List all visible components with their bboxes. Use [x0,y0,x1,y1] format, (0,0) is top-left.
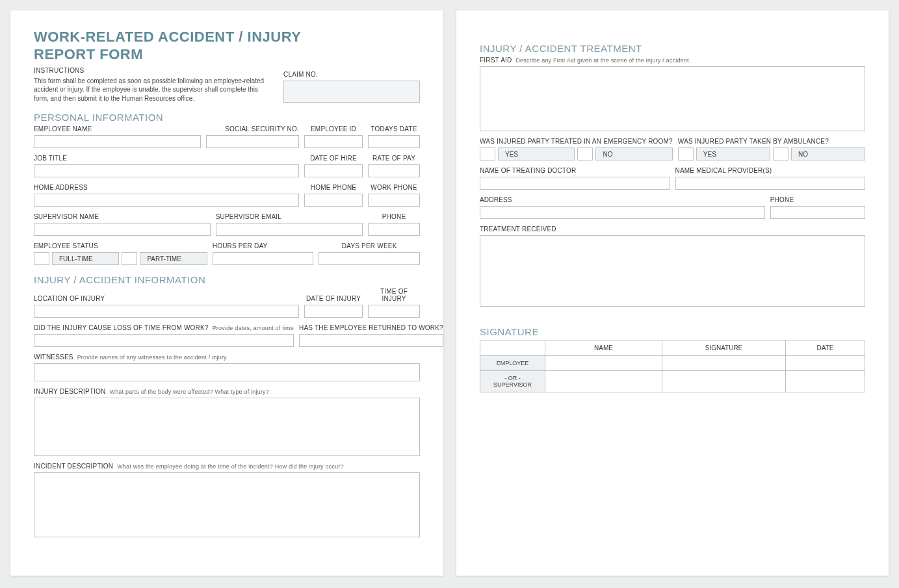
loss-of-time-label: DID THE INJURY CAUSE LOSS OF TIME FROM W… [34,324,294,331]
amb-no-checkbox[interactable] [773,147,788,160]
er-no-label: NO [595,147,672,160]
amb-no-label: NO [791,147,865,160]
instructions-row: INSTRUCTIONS This form shall be complete… [34,67,420,103]
instructions-label: INSTRUCTIONS [34,67,278,74]
supervisor-name-label: SUPERVISOR NAME [34,213,211,220]
form-title-line2: REPORT FORM [34,46,420,62]
er-yes-label: YES [498,147,575,160]
employee-id-field[interactable] [304,135,363,148]
row-jobtitle: JOB TITLE DATE OF HIRE RATE OF PAY [34,155,420,177]
time-of-injury-field[interactable] [368,305,420,318]
er-options: YES NO [480,147,673,160]
date-of-hire-field[interactable] [304,164,363,177]
row-supervisor: SUPERVISOR NAME SUPERVISOR EMAIL PHONE [34,213,420,236]
incident-desc-block: INCIDENT DESCRIPTION What was the employ… [34,463,420,537]
loss-of-time-sub: Provide dates, amount of time [213,325,294,331]
supervisor-phone-field[interactable] [368,223,420,236]
amb-options: YES NO [678,147,865,160]
injury-desc-word: INJURY DESCRIPTION [34,388,105,395]
er-yes-checkbox[interactable] [480,147,495,160]
full-time-label: FULL-TIME [52,252,119,265]
returned-field[interactable] [299,334,443,347]
sig-supervisor-date[interactable] [786,371,865,392]
home-phone-label: HOME PHONE [304,184,363,191]
treating-doctor-label: NAME OF TREATING DOCTOR [480,167,670,174]
rate-of-pay-field[interactable] [368,164,420,177]
amb-yes-checkbox[interactable] [678,147,694,160]
location-of-injury-label: LOCATION OF INJURY [34,295,299,302]
row-provider-address: ADDRESS PHONE [480,196,865,219]
workspace: WORK-RELATED ACCIDENT / INJURY REPORT FO… [0,0,899,586]
sig-employee-name[interactable] [545,356,662,371]
page-1: WORK-RELATED ACCIDENT / INJURY REPORT FO… [10,10,443,576]
todays-date-field[interactable] [368,135,420,148]
er-question-label: WAS INJURED PARTY TREATED IN AN EMERGENC… [480,138,673,145]
part-time-checkbox[interactable] [122,252,137,265]
witnesses-sub: Provide names of any witnesses to the ac… [77,354,227,361]
injury-desc-block: INJURY DESCRIPTION What parts of the bod… [34,388,420,456]
amb-yes-label: YES [696,147,770,160]
employee-name-field[interactable] [34,135,201,148]
sig-col-signature: SIGNATURE [662,340,786,356]
claim-no-label: CLAIM NO. [283,71,420,78]
sig-employee-date[interactable] [786,356,865,371]
row-er-amb: WAS INJURED PARTY TREATED IN AN EMERGENC… [480,138,865,160]
employee-status-label: EMPLOYEE STATUS [34,242,207,249]
supervisor-email-label: SUPERVISOR EMAIL [216,213,363,220]
work-phone-field[interactable] [368,194,420,207]
injury-desc-label: INJURY DESCRIPTION What parts of the bod… [34,388,420,395]
job-title-field[interactable] [34,164,299,177]
loss-of-time-field[interactable] [34,334,294,347]
injury-desc-field[interactable] [34,398,420,456]
status-options: FULL-TIME PART-TIME [34,252,207,265]
date-of-injury-label: DATE OF INJURY [304,295,363,302]
incident-desc-field[interactable] [34,472,420,537]
treating-doctor-field[interactable] [480,177,670,190]
first-aid-sub: Describe any First Aid given at the scen… [515,57,690,64]
sig-supervisor-signature[interactable] [662,371,786,392]
job-title-label: JOB TITLE [34,155,299,162]
injury-desc-sub: What parts of the body were affected? Wh… [109,389,269,395]
sig-supervisor-name[interactable] [545,371,662,392]
witnesses-word: WITNESSES [34,353,73,361]
form-title-line1: WORK-RELATED ACCIDENT / INJURY [34,29,420,45]
medical-providers-label: NAME MEDICAL PROVIDER(S) [675,167,866,174]
home-phone-field[interactable] [304,194,363,207]
full-time-checkbox[interactable] [34,252,49,265]
provider-address-field[interactable] [480,206,765,219]
instructions-col: INSTRUCTIONS This form shall be complete… [34,67,278,103]
supervisor-email-field[interactable] [216,223,363,236]
supervisor-name-field[interactable] [34,223,211,236]
medical-providers-field[interactable] [675,177,866,190]
ssn-field[interactable] [206,135,299,148]
location-of-injury-field[interactable] [34,305,299,318]
hours-per-day-field[interactable] [213,252,314,265]
date-of-injury-field[interactable] [304,305,363,318]
first-aid-field[interactable] [480,66,865,131]
row-name-ssn: EMPLOYEE NAME SOCIAL SECURITY NO. EMPLOY… [34,125,420,148]
signature-table: NAME SIGNATURE DATE EMPLOYEE - OR - SUPE… [480,340,865,392]
provider-address-label: ADDRESS [480,196,765,203]
er-no-checkbox[interactable] [577,147,593,160]
claim-no-col: CLAIM NO. [283,71,420,103]
witnesses-label: WITNESSES Provide names of any witnesses… [34,353,420,361]
time-of-injury-label: TIME OF INJURY [368,288,420,302]
first-aid-word: FIRST AID [480,57,512,64]
incident-desc-word: INCIDENT DESCRIPTION [34,463,113,470]
row-loss-of-time: DID THE INJURY CAUSE LOSS OF TIME FROM W… [34,324,420,347]
supervisor-phone-label: PHONE [368,213,420,220]
sig-col-name: NAME [545,340,662,356]
claim-no-field[interactable] [283,81,420,103]
witnesses-field[interactable] [34,363,420,381]
treatment-received-field[interactable] [480,235,865,307]
sig-employee-signature[interactable] [662,356,786,371]
home-address-field[interactable] [34,194,299,207]
section-personal: PERSONAL INFORMATION [34,112,420,123]
days-per-week-field[interactable] [319,252,420,265]
witnesses-block: WITNESSES Provide names of any witnesses… [34,353,420,381]
days-per-week-label: DAYS PER WEEK [319,242,420,249]
ssn-label: SOCIAL SECURITY NO. [206,125,299,133]
treatment-received-block: TREATMENT RECEIVED [480,225,865,307]
provider-phone-field[interactable] [770,206,865,219]
row-address: HOME ADDRESS HOME PHONE WORK PHONE [34,184,420,207]
